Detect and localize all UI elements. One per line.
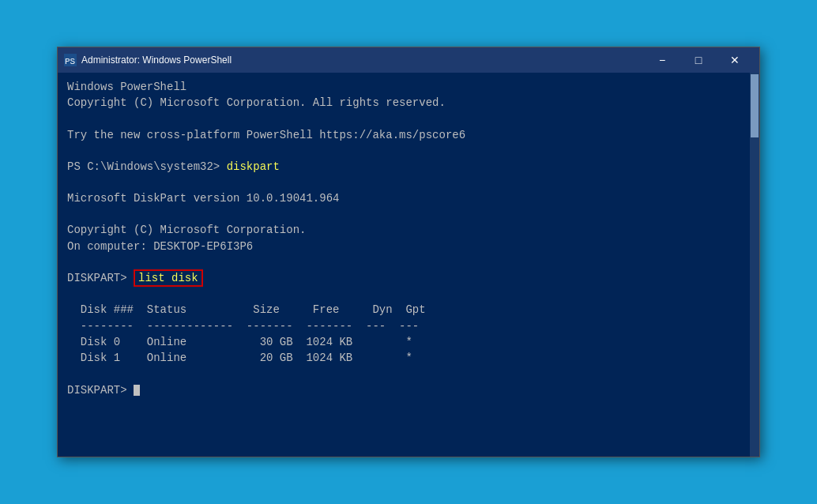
close-button[interactable]: ✕: [717, 47, 753, 73]
diskpart-prompt-2: DISKPART>: [67, 384, 134, 397]
window-controls: − □ ✕: [644, 47, 753, 73]
powershell-window: PS Administrator: Windows PowerShell − □…: [57, 47, 760, 457]
console-line-13: DISKPART> list disk: [67, 270, 750, 286]
col-dividers: -------- ------------- ------- ------- -…: [67, 318, 750, 334]
console-empty-2: [67, 143, 750, 159]
console-line-1: Windows PowerShell: [67, 79, 750, 95]
ps-prompt-1: PS C:\Windows\system32>: [67, 160, 227, 173]
final-prompt: DISKPART>: [67, 382, 750, 398]
disk0-row: Disk 0 Online 30 GB 1024 KB *: [67, 334, 750, 350]
console-empty-3: [67, 175, 750, 190]
svg-text:PS: PS: [65, 57, 76, 66]
cursor-blink: [134, 385, 140, 396]
console-empty-4: [67, 206, 750, 222]
window-title: Administrator: Windows PowerShell: [81, 55, 644, 66]
diskpart-cmd: diskpart: [227, 160, 280, 173]
console-empty-5: [67, 254, 750, 270]
console-empty-6: [67, 286, 750, 302]
powershell-icon: PS: [64, 54, 77, 66]
console-empty-7: [67, 367, 750, 382]
console-line-4: Try the new cross-platform PowerShell ht…: [67, 127, 750, 143]
disk1-row: Disk 1 Online 20 GB 1024 KB *: [67, 350, 750, 366]
console-line-2: Copyright (C) Microsoft Corporation. All…: [67, 95, 750, 111]
maximize-button[interactable]: □: [680, 47, 717, 73]
scrollbar[interactable]: [750, 73, 759, 457]
diskpart-prompt-1: DISKPART>: [67, 272, 134, 284]
list-disk-cmd: list disk: [134, 269, 203, 287]
minimize-button[interactable]: −: [644, 47, 680, 73]
console-line-10: Copyright (C) Microsoft Corporation.: [67, 222, 750, 238]
console-line-8: Microsoft DiskPart version 10.0.19041.96…: [67, 190, 750, 206]
col-headers: Disk ### Status Size Free Dyn Gpt: [67, 302, 750, 318]
console-output[interactable]: Windows PowerShell Copyright (C) Microso…: [58, 73, 759, 457]
console-line-11: On computer: DESKTOP-EP6I3P6: [67, 239, 750, 254]
console-line-6: PS C:\Windows\system32> diskpart: [67, 159, 750, 175]
console-empty-1: [67, 111, 750, 127]
scrollbar-thumb[interactable]: [751, 74, 759, 137]
title-bar: PS Administrator: Windows PowerShell − □…: [58, 47, 759, 73]
